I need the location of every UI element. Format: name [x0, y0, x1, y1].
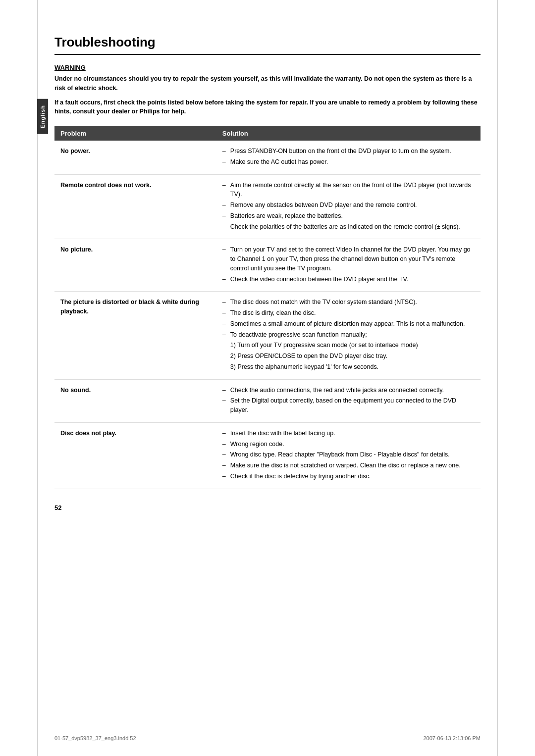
solution-item: The disc is dirty, clean the disc.	[222, 308, 475, 318]
table-header-row: Problem Solution	[54, 126, 481, 141]
solution-item: Turn on your TV and set to the correct V…	[222, 245, 475, 273]
warning-section: WARNING Under no circumstances should yo…	[54, 64, 481, 116]
footer-right: 2007-06-13 2:13:06 PM	[423, 735, 481, 741]
header-problem: Problem	[54, 126, 216, 141]
troubleshoot-table: Problem Solution No power.Press STANDBY-…	[54, 126, 481, 489]
page-title: Troubleshooting	[54, 35, 481, 55]
solution-item: Check the video connection between the D…	[222, 275, 475, 284]
problem-cell: Remote control does not work.	[54, 174, 216, 239]
page-container: English Troubleshooting WARNING Under no…	[0, 0, 535, 756]
table-row: No power.Press STANDBY-ON button on the …	[54, 141, 481, 174]
solution-cell: Aim the remote control directly at the s…	[216, 174, 481, 239]
problem-cell: Disc does not play.	[54, 422, 216, 489]
solution-item: The disc does not match with the TV colo…	[222, 298, 475, 307]
solution-item: Set the Digital output correctly, based …	[222, 396, 475, 415]
solution-item: Check the polarities of the batteries ar…	[222, 222, 475, 232]
footer-left: 01-57_dvp5982_37_eng3.indd 52	[54, 735, 136, 741]
solution-cell: Press STANDBY-ON button on the front of …	[216, 141, 481, 174]
solution-item: Check the audio connections, the red and…	[222, 386, 475, 395]
warning-text-2: If a fault occurs, first check the point…	[54, 98, 481, 117]
header-solution: Solution	[216, 126, 481, 141]
page-footer: 01-57_dvp5982_37_eng3.indd 52 2007-06-13…	[54, 735, 481, 741]
table-row: The picture is distorted or black & whit…	[54, 292, 481, 379]
solution-item: Batteries are weak, replace the batterie…	[222, 211, 475, 221]
solution-item: Check if the disc is defective by trying…	[222, 472, 475, 481]
solution-item: Aim the remote control directly at the s…	[222, 181, 475, 200]
problem-cell: No power.	[54, 141, 216, 174]
solution-item: Remove any obstacles between DVD player …	[222, 201, 475, 210]
solution-cell: Turn on your TV and set to the correct V…	[216, 239, 481, 292]
language-tab: English	[37, 99, 48, 134]
solution-cell: The disc does not match with the TV colo…	[216, 292, 481, 379]
warning-text-1: Under no circumstances should you try to…	[54, 74, 481, 93]
solution-item-numbered: 1) Turn off your TV progressive scan mod…	[222, 341, 475, 350]
problem-cell: No picture.	[54, 239, 216, 292]
table-row: No picture.Turn on your TV and set to th…	[54, 239, 481, 292]
solution-item-numbered: 2) Press OPEN/CLOSE to open the DVD play…	[222, 352, 475, 361]
solution-cell: Check the audio connections, the red and…	[216, 379, 481, 422]
table-row: Remote control does not work.Aim the rem…	[54, 174, 481, 239]
solution-item: Wrong region code.	[222, 440, 475, 449]
page-number: 52	[54, 504, 481, 511]
table-row: No sound.Check the audio connections, th…	[54, 379, 481, 422]
solution-item: To deactivate progressive scan function …	[222, 330, 475, 340]
solution-item-numbered: 3) Press the alphanumeric keypad '1' for…	[222, 362, 475, 372]
solution-item: Insert the disc with the label facing up…	[222, 429, 475, 438]
problem-cell: The picture is distorted or black & whit…	[54, 292, 216, 379]
solution-item: Wrong disc type. Read chapter "Playback …	[222, 450, 475, 459]
warning-title: WARNING	[54, 64, 481, 71]
solution-item: Press STANDBY-ON button on the front of …	[222, 147, 475, 156]
solution-item: Make sure the disc is not scratched or w…	[222, 461, 475, 470]
solution-cell: Insert the disc with the label facing up…	[216, 422, 481, 489]
solution-item: Sometimes a small amount of picture dist…	[222, 319, 475, 329]
problem-cell: No sound.	[54, 379, 216, 422]
solution-item: Make sure the AC outlet has power.	[222, 157, 475, 167]
table-row: Disc does not play.Insert the disc with …	[54, 422, 481, 489]
